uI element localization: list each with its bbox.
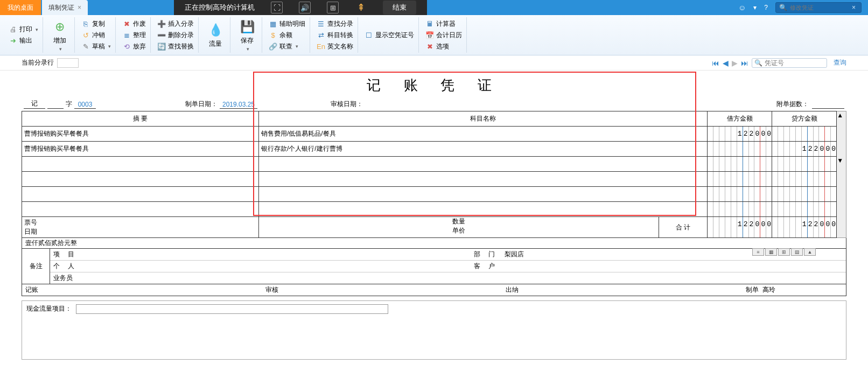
output-button[interactable]: ➜输出 (8, 36, 39, 46)
debit-cell[interactable] (708, 142, 772, 157)
find-replace-button[interactable]: 🔄查找替换 (156, 41, 195, 52)
mini-btn-3[interactable]: ⊞ (778, 248, 790, 256)
abandon-icon: ⟲ (122, 42, 131, 51)
global-search[interactable]: 🔍 × (775, 2, 862, 13)
voucher-number-search[interactable]: 🔍 (752, 58, 827, 68)
table-row[interactable] (22, 172, 837, 187)
account-cell[interactable] (259, 172, 708, 187)
draft-button[interactable]: ✎草稿▾ (80, 41, 112, 52)
add-button[interactable]: ⊕增加▾ (48, 18, 71, 53)
voucher-grid[interactable]: 摘 要 科目名称 借方金额 贷方金额 曹博报销购买早餐餐具销售费用/低值易耗品/… (22, 111, 837, 238)
calculator-button[interactable]: 🖩计算器 (424, 19, 463, 29)
sub-toolbar: 当前分录行 ⏮ ◀ ▶ ⏭ 🔍 查询 (0, 55, 868, 71)
nav-next-icon[interactable]: ▶ (732, 59, 738, 67)
help-icon[interactable]: ? (764, 4, 768, 11)
tab-voucher-entry[interactable]: 填制凭证 × (42, 0, 88, 15)
balance-button[interactable]: $余额 (268, 30, 306, 40)
copy-button[interactable]: ⎘复制 (80, 19, 112, 29)
print-button[interactable]: 🖨打印▾ (8, 24, 39, 34)
credit-cell[interactable]: 122000 (772, 142, 837, 157)
summary-cell[interactable] (22, 157, 259, 172)
table-row[interactable]: 曹博报销购买早餐餐具销售费用/低值易耗品/餐具122000 (22, 127, 837, 142)
fullscreen-icon[interactable]: ⛶ (271, 2, 283, 13)
transfer-icon[interactable]: ⊞ (327, 2, 339, 13)
tidy-button[interactable]: ≣整理 (121, 30, 147, 40)
delete-entry-button[interactable]: ➖删除分录 (156, 30, 195, 40)
clear-icon[interactable]: × (852, 4, 856, 11)
mini-btn-4[interactable]: ▤ (791, 248, 803, 256)
table-row[interactable] (22, 187, 837, 202)
account-cell[interactable] (259, 202, 708, 217)
reverse-button[interactable]: ↺冲销 (80, 30, 112, 40)
aux-detail-button[interactable]: ▦辅助明细 (268, 19, 306, 29)
table-row[interactable]: 曹博报销购买早餐餐具银行存款/个人银行/建行曹博122000 (22, 142, 837, 157)
summary-cell[interactable]: 曹博报销购买早餐餐具 (22, 127, 259, 142)
show-empty-button[interactable]: ☐显示空凭证号 (363, 30, 415, 40)
customer-value[interactable] (501, 261, 846, 272)
audit-date-label: 审核日期： (331, 100, 363, 109)
tab-my-desktop[interactable]: 我的桌面 (0, 0, 41, 15)
credit-cell[interactable] (772, 157, 837, 172)
credit-cell[interactable] (772, 202, 837, 217)
summary-cell[interactable] (22, 202, 259, 217)
attach-count[interactable] (812, 108, 844, 109)
calendar-button[interactable]: 📅会计日历 (424, 30, 463, 40)
debit-cell[interactable] (708, 187, 772, 202)
abandon-button[interactable]: ⟲放弃 (121, 41, 147, 52)
sound-icon[interactable]: 🔊 (299, 2, 311, 13)
qty-price-total-cell: 数量 单价 合 计 (259, 217, 708, 238)
remote-control-banner: 正在控制高玲的计算机 ⛶ 🔊 ⊞ ⇞ 结束 (174, 0, 427, 15)
find-entry-button[interactable]: ☰查找分录 (316, 19, 354, 29)
voucher-number[interactable]: 0003 (74, 101, 96, 109)
mini-btn-5[interactable]: ▲ (804, 248, 816, 256)
options-icon: ✖ (425, 42, 434, 51)
credit-cell[interactable] (772, 127, 837, 142)
english-name-button[interactable]: En英文名称 (316, 41, 354, 52)
project-value[interactable] (82, 249, 458, 260)
pin-icon[interactable]: ⇞ (355, 2, 367, 13)
summary-cell[interactable]: 曹博报销购买早餐餐具 (22, 142, 259, 157)
flow-button[interactable]: 💧流量 (204, 21, 227, 50)
debit-cell[interactable]: 122000 (708, 127, 772, 142)
debit-cell[interactable] (708, 172, 772, 187)
nav-prev-icon[interactable]: ◀ (723, 59, 729, 67)
save-button[interactable]: 💾保存▾ (236, 18, 258, 53)
current-entry-label: 当前分录行 (22, 58, 54, 67)
nav-last-icon[interactable]: ⏭ (741, 59, 748, 67)
credit-cell[interactable] (772, 172, 837, 187)
summary-cell[interactable] (22, 187, 259, 202)
options-button[interactable]: ✖选项 (424, 41, 463, 52)
salesman-value[interactable] (82, 272, 458, 284)
query-button[interactable]: 查询 (834, 58, 846, 67)
credit-cell[interactable] (772, 187, 837, 202)
account-cell[interactable]: 销售费用/低值易耗品/餐具 (259, 127, 708, 142)
make-date[interactable]: 2019.03.25 (220, 101, 257, 109)
vertical-scrollbar[interactable]: ▲▼ (837, 111, 846, 238)
link-query-button[interactable]: 🔗联查▾ (268, 41, 306, 52)
void-button[interactable]: ✖作废 (121, 19, 147, 29)
insert-entry-button[interactable]: ➕插入分录 (156, 19, 195, 29)
account-cell[interactable]: 银行存款/个人银行/建行曹博 (259, 142, 708, 157)
account-convert-button[interactable]: ⇄科目转换 (316, 30, 354, 40)
end-remote-button[interactable]: 结束 (383, 1, 416, 15)
debit-cell[interactable] (708, 202, 772, 217)
voucher-number-input[interactable] (765, 59, 813, 67)
global-search-input[interactable] (790, 4, 849, 11)
mini-btn-1[interactable]: ≡ (752, 248, 764, 256)
debit-cell[interactable] (708, 157, 772, 172)
person-value[interactable] (82, 261, 458, 272)
cashflow-input[interactable] (76, 304, 388, 314)
dropdown-icon[interactable]: ▾ (753, 4, 757, 11)
plus-circle-icon: ⊕ (52, 19, 68, 35)
voucher-type[interactable]: 记 (24, 99, 45, 109)
account-cell[interactable] (259, 187, 708, 202)
summary-cell[interactable] (22, 172, 259, 187)
mini-btn-2[interactable]: ▦ (765, 248, 777, 256)
current-entry-input[interactable] (57, 58, 79, 68)
nav-first-icon[interactable]: ⏮ (712, 59, 719, 67)
account-cell[interactable] (259, 157, 708, 172)
table-row[interactable] (22, 202, 837, 217)
smile-icon[interactable]: ☺ (738, 3, 746, 12)
table-row[interactable] (22, 157, 837, 172)
close-icon[interactable]: × (78, 4, 81, 11)
